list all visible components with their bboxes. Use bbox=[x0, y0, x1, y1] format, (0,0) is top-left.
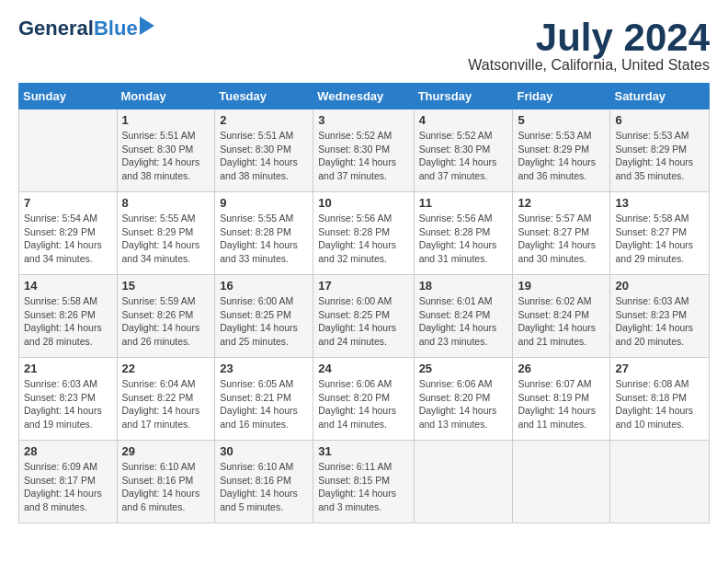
day-info: Sunrise: 5:54 AM Sunset: 8:29 PM Dayligh… bbox=[24, 212, 112, 266]
calendar-cell: 13Sunrise: 5:58 AM Sunset: 8:27 PM Dayli… bbox=[610, 192, 710, 275]
calendar-cell: 22Sunrise: 6:04 AM Sunset: 8:22 PM Dayli… bbox=[117, 358, 215, 441]
day-number: 24 bbox=[318, 362, 408, 375]
calendar-cell: 29Sunrise: 6:10 AM Sunset: 8:16 PM Dayli… bbox=[117, 441, 215, 523]
calendar-cell: 25Sunrise: 6:06 AM Sunset: 8:20 PM Dayli… bbox=[414, 358, 513, 441]
calendar-cell bbox=[19, 109, 118, 192]
day-info: Sunrise: 6:02 AM Sunset: 8:24 PM Dayligh… bbox=[518, 294, 605, 349]
calendar-cell: 4Sunrise: 5:52 AM Sunset: 8:30 PM Daylig… bbox=[414, 109, 513, 192]
day-info: Sunrise: 5:57 AM Sunset: 8:27 PM Dayligh… bbox=[518, 212, 605, 266]
calendar-cell: 5Sunrise: 5:53 AM Sunset: 8:29 PM Daylig… bbox=[513, 109, 610, 192]
day-number: 5 bbox=[518, 113, 605, 127]
day-info: Sunrise: 5:52 AM Sunset: 8:30 PM Dayligh… bbox=[419, 129, 508, 183]
day-number: 20 bbox=[615, 279, 704, 293]
day-number: 12 bbox=[518, 196, 605, 210]
day-number: 14 bbox=[24, 279, 112, 293]
month-title: July 2024 bbox=[468, 18, 710, 57]
day-info: Sunrise: 5:55 AM Sunset: 8:29 PM Dayligh… bbox=[122, 212, 210, 266]
day-info: Sunrise: 6:09 AM Sunset: 8:17 PM Dayligh… bbox=[24, 460, 112, 514]
header-monday: Monday bbox=[117, 84, 215, 109]
day-number: 16 bbox=[220, 279, 308, 293]
header-tuesday: Tuesday bbox=[215, 84, 313, 109]
day-info: Sunrise: 5:53 AM Sunset: 8:29 PM Dayligh… bbox=[518, 129, 605, 183]
day-number: 3 bbox=[318, 113, 408, 127]
day-number: 19 bbox=[518, 279, 605, 293]
day-number: 6 bbox=[615, 113, 704, 127]
calendar-cell: 30Sunrise: 6:10 AM Sunset: 8:16 PM Dayli… bbox=[215, 441, 313, 523]
day-info: Sunrise: 6:05 AM Sunset: 8:21 PM Dayligh… bbox=[220, 377, 308, 431]
day-info: Sunrise: 5:56 AM Sunset: 8:28 PM Dayligh… bbox=[419, 212, 508, 266]
day-info: Sunrise: 6:03 AM Sunset: 8:23 PM Dayligh… bbox=[24, 377, 112, 431]
day-info: Sunrise: 5:56 AM Sunset: 8:28 PM Dayligh… bbox=[318, 212, 408, 266]
calendar-cell: 2Sunrise: 5:51 AM Sunset: 8:30 PM Daylig… bbox=[215, 109, 313, 192]
day-info: Sunrise: 6:04 AM Sunset: 8:22 PM Dayligh… bbox=[122, 377, 210, 431]
calendar-week-3: 14Sunrise: 5:58 AM Sunset: 8:26 PM Dayli… bbox=[19, 275, 710, 358]
day-number: 10 bbox=[318, 196, 408, 210]
day-info: Sunrise: 5:51 AM Sunset: 8:30 PM Dayligh… bbox=[220, 129, 308, 183]
day-number: 15 bbox=[122, 279, 210, 293]
day-number: 27 bbox=[615, 362, 704, 375]
calendar-cell: 28Sunrise: 6:09 AM Sunset: 8:17 PM Dayli… bbox=[19, 441, 118, 523]
calendar-cell: 16Sunrise: 6:00 AM Sunset: 8:25 PM Dayli… bbox=[215, 275, 313, 358]
calendar-cell: 19Sunrise: 6:02 AM Sunset: 8:24 PM Dayli… bbox=[513, 275, 610, 358]
calendar-cell: 31Sunrise: 6:11 AM Sunset: 8:15 PM Dayli… bbox=[313, 441, 414, 523]
day-number: 26 bbox=[518, 362, 605, 375]
logo: General Blue bbox=[18, 18, 138, 39]
day-number: 7 bbox=[24, 196, 112, 210]
day-info: Sunrise: 5:58 AM Sunset: 8:27 PM Dayligh… bbox=[615, 212, 704, 266]
page-header: General Blue July 2024 Watsonville, Cali… bbox=[18, 18, 710, 74]
calendar-cell: 18Sunrise: 6:01 AM Sunset: 8:24 PM Dayli… bbox=[414, 275, 513, 358]
day-number: 11 bbox=[419, 196, 508, 210]
calendar-cell: 9Sunrise: 5:55 AM Sunset: 8:28 PM Daylig… bbox=[215, 192, 313, 275]
header-wednesday: Wednesday bbox=[313, 84, 414, 109]
logo-blue: Blue bbox=[94, 18, 138, 39]
calendar-cell: 23Sunrise: 6:05 AM Sunset: 8:21 PM Dayli… bbox=[215, 358, 313, 441]
day-info: Sunrise: 6:06 AM Sunset: 8:20 PM Dayligh… bbox=[318, 377, 408, 431]
svg-marker-0 bbox=[140, 17, 154, 35]
day-number: 21 bbox=[24, 362, 112, 375]
calendar-cell: 21Sunrise: 6:03 AM Sunset: 8:23 PM Dayli… bbox=[19, 358, 118, 441]
day-number: 8 bbox=[122, 196, 210, 210]
day-info: Sunrise: 6:00 AM Sunset: 8:25 PM Dayligh… bbox=[220, 294, 308, 349]
calendar-cell: 1Sunrise: 5:51 AM Sunset: 8:30 PM Daylig… bbox=[117, 109, 215, 192]
day-info: Sunrise: 6:10 AM Sunset: 8:16 PM Dayligh… bbox=[122, 460, 210, 514]
calendar-cell: 14Sunrise: 5:58 AM Sunset: 8:26 PM Dayli… bbox=[19, 275, 118, 358]
calendar-cell: 26Sunrise: 6:07 AM Sunset: 8:19 PM Dayli… bbox=[513, 358, 610, 441]
location-title: Watsonville, California, United States bbox=[468, 57, 710, 74]
day-number: 25 bbox=[419, 362, 508, 375]
calendar-cell: 15Sunrise: 5:59 AM Sunset: 8:26 PM Dayli… bbox=[117, 275, 215, 358]
day-number: 17 bbox=[318, 279, 408, 293]
day-info: Sunrise: 6:03 AM Sunset: 8:23 PM Dayligh… bbox=[615, 294, 704, 349]
day-info: Sunrise: 5:55 AM Sunset: 8:28 PM Dayligh… bbox=[220, 212, 308, 266]
day-number: 28 bbox=[24, 444, 112, 458]
calendar-cell: 12Sunrise: 5:57 AM Sunset: 8:27 PM Dayli… bbox=[513, 192, 610, 275]
day-number: 1 bbox=[122, 113, 210, 127]
day-info: Sunrise: 6:06 AM Sunset: 8:20 PM Dayligh… bbox=[419, 377, 508, 431]
calendar-cell bbox=[513, 441, 610, 523]
day-info: Sunrise: 6:11 AM Sunset: 8:15 PM Dayligh… bbox=[318, 460, 408, 514]
calendar-cell: 10Sunrise: 5:56 AM Sunset: 8:28 PM Dayli… bbox=[313, 192, 414, 275]
day-number: 2 bbox=[220, 113, 308, 127]
calendar-cell: 6Sunrise: 5:53 AM Sunset: 8:29 PM Daylig… bbox=[610, 109, 710, 192]
calendar-week-2: 7Sunrise: 5:54 AM Sunset: 8:29 PM Daylig… bbox=[19, 192, 710, 275]
calendar-cell: 7Sunrise: 5:54 AM Sunset: 8:29 PM Daylig… bbox=[19, 192, 118, 275]
day-info: Sunrise: 6:00 AM Sunset: 8:25 PM Dayligh… bbox=[318, 294, 408, 349]
day-number: 9 bbox=[220, 196, 308, 210]
day-number: 31 bbox=[318, 444, 408, 458]
calendar-cell: 27Sunrise: 6:08 AM Sunset: 8:18 PM Dayli… bbox=[610, 358, 710, 441]
day-number: 13 bbox=[615, 196, 704, 210]
header-friday: Friday bbox=[513, 84, 610, 109]
header-sunday: Sunday bbox=[19, 84, 118, 109]
header-saturday: Saturday bbox=[610, 84, 710, 109]
calendar-cell: 8Sunrise: 5:55 AM Sunset: 8:29 PM Daylig… bbox=[117, 192, 215, 275]
day-number: 29 bbox=[122, 444, 210, 458]
day-info: Sunrise: 5:59 AM Sunset: 8:26 PM Dayligh… bbox=[122, 294, 210, 349]
day-info: Sunrise: 5:51 AM Sunset: 8:30 PM Dayligh… bbox=[122, 129, 210, 183]
day-info: Sunrise: 5:58 AM Sunset: 8:26 PM Dayligh… bbox=[24, 294, 112, 349]
calendar-cell bbox=[610, 441, 710, 523]
day-info: Sunrise: 5:53 AM Sunset: 8:29 PM Dayligh… bbox=[615, 129, 704, 183]
day-number: 30 bbox=[220, 444, 308, 458]
day-info: Sunrise: 6:10 AM Sunset: 8:16 PM Dayligh… bbox=[220, 460, 308, 514]
calendar-week-4: 21Sunrise: 6:03 AM Sunset: 8:23 PM Dayli… bbox=[19, 358, 710, 441]
title-section: July 2024 Watsonville, California, Unite… bbox=[468, 18, 710, 74]
calendar-cell: 17Sunrise: 6:00 AM Sunset: 8:25 PM Dayli… bbox=[313, 275, 414, 358]
